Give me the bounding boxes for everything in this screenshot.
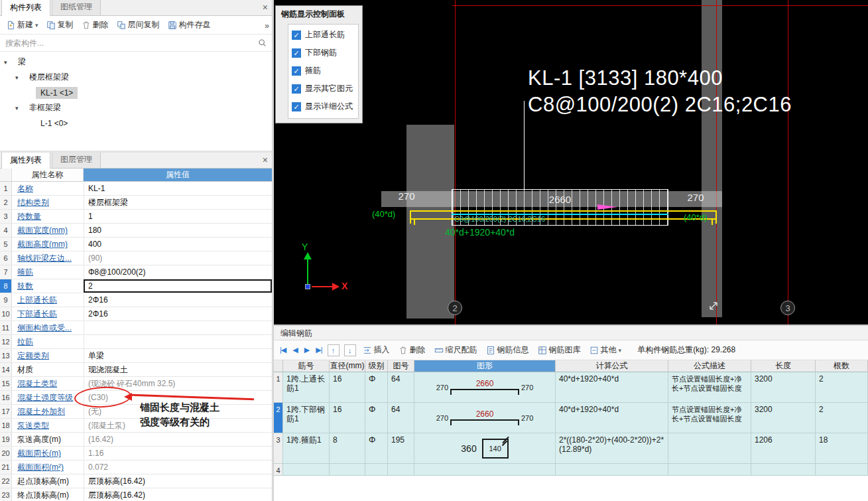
property-value[interactable]: 单梁	[84, 349, 272, 362]
property-row[interactable]: 21截面面积(m²)0.072	[0, 461, 272, 474]
property-value[interactable]: (16.42)	[84, 433, 272, 446]
property-row[interactable]: 11侧面构造或受...	[0, 321, 272, 335]
property-row[interactable]: 23终点顶标高(m)层顶标高(16.42)	[0, 488, 272, 501]
tab-drawing-management[interactable]: 图纸管理	[52, 0, 101, 15]
property-row[interactable]: 16混凝土强度等级(C30)	[0, 391, 272, 405]
rebar-row[interactable]: 11跨.上通长筋116Φ64270266027040*d+1920+40*d节点…	[274, 372, 868, 403]
new-button[interactable]: 新建▾	[3, 17, 42, 33]
display-option[interactable]: ✓上部通长筋	[288, 26, 358, 44]
property-value[interactable]: 楼层框架梁	[84, 196, 272, 209]
property-row[interactable]: 13定额类别单梁	[0, 349, 272, 363]
expand-arrow-icon[interactable]: ▾	[15, 105, 21, 111]
delete-button[interactable]: 删除	[397, 343, 428, 357]
interfloor-copy-button[interactable]: 层间复制	[113, 17, 163, 33]
property-value[interactable]: 现浇混凝土	[84, 363, 272, 376]
display-option[interactable]: ✓箍筋	[288, 62, 358, 80]
tree-item[interactable]: KL-1 <1>	[0, 85, 272, 100]
property-value[interactable]: 1	[84, 210, 272, 223]
property-value[interactable]: Φ8@100/200(2)	[84, 265, 272, 279]
property-value[interactable]: (混凝土泵)	[84, 419, 272, 432]
display-option[interactable]: ✓显示详细公式	[288, 98, 358, 115]
tree-item[interactable]: ▾非框架梁	[0, 100, 272, 115]
search-input[interactable]	[5, 38, 254, 48]
tab-property-list[interactable]: 属性列表	[1, 153, 50, 169]
property-row[interactable]: 8肢数2	[0, 279, 272, 293]
property-row[interactable]: 7箍筋Φ8@100/200(2)	[0, 265, 272, 279]
drawing-canvas[interactable]: KL-1 [3133] 180*400 C8@100/200(2) 2C16;2…	[274, 0, 868, 324]
checkbox-checked-icon[interactable]: ✓	[292, 102, 301, 111]
property-value[interactable]	[84, 321, 272, 334]
property-value[interactable]: (无)	[84, 405, 272, 418]
checkbox-checked-icon[interactable]: ✓	[292, 84, 301, 94]
expand-arrow-icon[interactable]: ▾	[4, 59, 10, 66]
scale-rebar-button[interactable]: 缩尺配筋	[432, 343, 479, 357]
property-row[interactable]: 10下部通长筋2Φ16	[0, 307, 272, 321]
rebar-library-button[interactable]: 钢筋图库	[536, 343, 583, 357]
tab-layer-management[interactable]: 图层管理	[52, 153, 101, 168]
property-value[interactable]: 2	[84, 279, 272, 293]
toolbar-overflow-icon[interactable]: »	[265, 21, 269, 31]
property-row[interactable]: 18泵送类型(混凝土泵)	[0, 419, 272, 433]
column-right[interactable]	[702, 0, 722, 317]
property-value[interactable]: KL-1	[84, 182, 272, 195]
property-value[interactable]: (C30)	[84, 391, 272, 404]
property-value[interactable]	[84, 335, 272, 348]
property-value[interactable]: 1.16	[84, 447, 272, 460]
rebar-info-button[interactable]: 钢筋信息	[484, 343, 531, 357]
expand-arrow-icon[interactable]: ▾	[15, 74, 21, 81]
rebar-row[interactable]: 21跨.下部钢筋116Φ64270266027040*d+1920+40*d节点…	[274, 403, 868, 433]
save-button[interactable]: 构件存盘	[164, 17, 214, 33]
property-row[interactable]: 5截面高度(mm)400	[0, 238, 272, 251]
rebar-display-control-panel[interactable]: 钢筋显示控制面板 ✓上部通长筋✓下部钢筋✓箍筋✓显示其它图元✓显示详细公式	[275, 5, 363, 123]
insert-button[interactable]: 插入	[361, 343, 392, 357]
property-row[interactable]: 4截面宽度(mm)180	[0, 224, 272, 238]
property-name: 结构类别	[12, 196, 84, 209]
move-up-button[interactable]: ↑	[328, 344, 340, 356]
property-row[interactable]: 19泵送高度(m)(16.42)	[0, 433, 272, 447]
tree-item[interactable]: ▾梁	[0, 54, 272, 70]
nav-first-button[interactable]: |◀	[279, 346, 286, 354]
property-value[interactable]: 2Φ16	[84, 293, 272, 307]
property-value[interactable]: 2Φ16	[84, 307, 272, 321]
rebar-row[interactable]: 31跨.箍筋18Φ1953601402*((180-2*20)+(400-2*2…	[274, 433, 868, 464]
property-row[interactable]: 1名称KL-1	[0, 182, 272, 196]
tree-item[interactable]: ▾楼层框架梁	[0, 70, 272, 85]
property-value[interactable]: 0.072	[84, 461, 272, 474]
close-icon[interactable]: ×	[263, 3, 268, 12]
delete-button[interactable]: 删除	[78, 17, 112, 33]
property-row[interactable]: 17混凝土外加剂(无)	[0, 405, 272, 419]
property-value[interactable]: 层顶标高(16.42)	[84, 488, 272, 501]
copy-button[interactable]: 复制	[43, 17, 77, 33]
checkbox-checked-icon[interactable]: ✓	[292, 66, 301, 76]
property-value[interactable]: 180	[84, 224, 272, 237]
property-row[interactable]: 6轴线距梁左边...(90)	[0, 251, 272, 265]
search-icon[interactable]	[258, 38, 267, 47]
property-row[interactable]: 22起点顶标高(m)层顶标高(16.42)	[0, 474, 272, 488]
move-down-button[interactable]: ↓	[344, 344, 356, 356]
close-icon[interactable]: ×	[263, 155, 268, 165]
property-row[interactable]: 15混凝土类型(现浇砼 碎石40mm 32.5)	[0, 377, 272, 391]
display-option[interactable]: ✓下部钢筋	[288, 44, 358, 62]
tab-component-list[interactable]: 构件列表	[1, 0, 50, 16]
dimension-left: 270	[392, 190, 421, 202]
property-row[interactable]: 12拉筋	[0, 335, 272, 349]
nav-next-button[interactable]: ▶	[304, 346, 310, 354]
property-row[interactable]: 3跨数量1	[0, 210, 272, 224]
tree-item[interactable]: L-1 <0>	[0, 115, 272, 131]
rebar-row[interactable]: 4	[274, 464, 868, 476]
other-button[interactable]: 其他▾	[588, 343, 624, 357]
fit-view-icon[interactable]	[706, 299, 721, 315]
property-row[interactable]: 2结构类别楼层框架梁	[0, 196, 272, 210]
property-value[interactable]: 层顶标高(16.42)	[84, 474, 272, 488]
nav-prev-button[interactable]: ◀	[292, 346, 298, 354]
nav-last-button[interactable]: ▶|	[315, 346, 322, 354]
checkbox-checked-icon[interactable]: ✓	[292, 48, 301, 58]
display-option[interactable]: ✓显示其它图元	[288, 80, 358, 98]
property-row[interactable]: 20截面周长(m)1.16	[0, 447, 272, 461]
property-row[interactable]: 9上部通长筋2Φ16	[0, 293, 272, 307]
property-value[interactable]: (90)	[84, 251, 272, 265]
checkbox-checked-icon[interactable]: ✓	[292, 31, 301, 40]
property-row[interactable]: 14材质现浇混凝土	[0, 363, 272, 377]
property-value[interactable]: (现浇砼 碎石40mm 32.5)	[84, 377, 272, 390]
property-value[interactable]: 400	[84, 238, 272, 251]
